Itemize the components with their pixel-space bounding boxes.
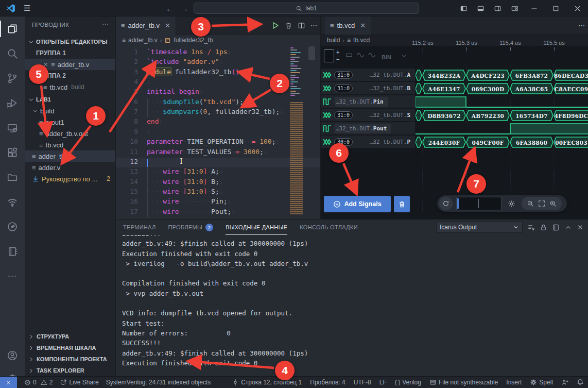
- window-maximize-icon[interactable]: [545, 0, 566, 16]
- refresh-icon[interactable]: [439, 197, 453, 210]
- bus-value-segment[interactable]: [416, 110, 422, 121]
- activitybar-extensions[interactable]: [0, 140, 25, 165]
- eol[interactable]: LF: [379, 379, 387, 386]
- workspace-header[interactable]: LAB1: [25, 94, 115, 105]
- bus-format-icon[interactable]: [345, 52, 353, 59]
- tab-close-icon[interactable]: ✕: [360, 22, 366, 29]
- waveform-plot[interactable]: 344B232AA4DCF2236FB3A87286DECAD3A46E1347…: [416, 49, 588, 212]
- layout-panel-icon[interactable]: [472, 0, 489, 16]
- tab-terminal[interactable]: ТЕРМИНАЛ: [123, 220, 155, 235]
- output-channel-select[interactable]: Icarus Output: [436, 222, 523, 233]
- tab-tb-vcd[interactable]: ≡ tb.vcd ✕: [325, 16, 371, 35]
- tab-debug-console[interactable]: КОНСОЛЬ ОТЛАДКИ: [300, 220, 358, 235]
- lock-icon[interactable]: [540, 224, 547, 231]
- signal-row-s[interactable]: 31:0…32_tb.DUT.S: [321, 109, 415, 122]
- open-in-editor-icon[interactable]: [552, 224, 560, 231]
- wave-trash-button[interactable]: [394, 196, 410, 212]
- plus-icon[interactable]: +: [336, 49, 339, 55]
- cursor-position[interactable]: Строка 12, столбец 1: [232, 379, 302, 386]
- synthesis-status[interactable]: File not synthesizable: [429, 379, 498, 386]
- analog-wave2-icon[interactable]: [368, 52, 375, 59]
- open-editor-item[interactable]: ✕≡adder_tb.v: [25, 59, 115, 70]
- wave-range-scrollbar[interactable]: [456, 197, 501, 210]
- breadcrumb-file[interactable]: tb.vcd: [353, 37, 370, 44]
- activitybar-search[interactable]: [0, 41, 25, 66]
- signal-row-b[interactable]: 31:0…32_tb.DUT.B: [321, 82, 415, 95]
- tab-close-icon[interactable]: ✕: [165, 22, 170, 29]
- editor-more-icon[interactable]: ⋯: [310, 22, 317, 29]
- bus-value-segment[interactable]: [416, 137, 422, 147]
- problems-status[interactable]: 02: [24, 379, 53, 386]
- tab-output[interactable]: ВЫХОДНЫЕ ДАННЫЕ: [226, 220, 287, 235]
- terminal-output[interactable]: SUCCESS!!!adder_tb.v:49: $finish called …: [122, 229, 308, 368]
- bit-high-segment[interactable]: [510, 124, 588, 134]
- sidebar-section-0[interactable]: СТРУКТУРА: [25, 331, 115, 342]
- layout-sidebar-left-icon[interactable]: [455, 0, 472, 16]
- tree-item-adder-v[interactable]: ≡adder.v: [25, 162, 115, 173]
- breadcrumb-symbol[interactable]: fulladder32_tb: [174, 37, 213, 44]
- split-editor-icon[interactable]: [298, 22, 305, 29]
- nav-back-icon[interactable]: ←: [166, 4, 174, 13]
- activitybar-accounts[interactable]: [0, 343, 25, 368]
- activitybar-notebook[interactable]: [0, 239, 25, 264]
- sidebar-section-3[interactable]: TASK EXPLORER: [25, 365, 115, 376]
- signal-row-pin[interactable]: …32_tb.DUT.Pin: [321, 95, 415, 109]
- layout-sidebar-right-icon[interactable]: [489, 0, 506, 16]
- format-select[interactable]: BIN: [382, 54, 391, 60]
- encoding[interactable]: UTF-8: [354, 379, 371, 386]
- activitybar-remote-explorer[interactable]: [0, 115, 25, 140]
- breadcrumb[interactable]: ≡ adder_tb.v › fulladder32_tb: [116, 35, 320, 46]
- analog-wave-icon[interactable]: [357, 52, 364, 59]
- open-editor-item[interactable]: ≡tb.vcdbuild: [25, 81, 115, 93]
- nav-forward-icon[interactable]: →: [181, 4, 188, 13]
- activitybar-explorer[interactable]: [0, 16, 25, 41]
- activitybar-more[interactable]: ⋯: [0, 264, 25, 289]
- accounts-status[interactable]: [561, 379, 568, 386]
- tree-item-a-out1[interactable]: ≡a.out1: [25, 116, 115, 128]
- activitybar-run-debug[interactable]: [0, 91, 25, 115]
- language-mode[interactable]: { }Verilog: [395, 379, 421, 386]
- bus-value-segment[interactable]: [416, 83, 422, 94]
- zoom-fit-icon[interactable]: [538, 200, 545, 207]
- chevron-down-icon[interactable]: [401, 53, 407, 59]
- remote-indicator[interactable]: [0, 377, 17, 388]
- tree-item-tb-vcd[interactable]: ≡tb.vcd: [25, 139, 115, 150]
- menu-icon[interactable]: ☰: [24, 4, 30, 13]
- add-signals-button[interactable]: Add Signals: [324, 196, 391, 212]
- activitybar-wireless[interactable]: [0, 190, 25, 214]
- tab-adder-tb-v[interactable]: ≡ adder_tb.v ✕: [116, 16, 176, 35]
- zoom-out-icon[interactable]: [527, 200, 534, 207]
- wave-value-box[interactable]: [324, 49, 334, 62]
- window-minimize-icon[interactable]: [523, 0, 545, 16]
- live-share[interactable]: Live Share: [60, 379, 98, 386]
- tree-item-adder-tb-v-out[interactable]: ≡adder_tb.v.out: [25, 128, 115, 139]
- maximize-panel-icon[interactable]: [564, 224, 572, 231]
- insert-mode[interactable]: Insert: [506, 379, 522, 386]
- activitybar-project-manager[interactable]: [0, 165, 25, 190]
- spell[interactable]: Spell: [530, 379, 553, 386]
- minus-icon[interactable]: −: [336, 57, 339, 62]
- sidebar-more-icon[interactable]: ⋯: [102, 20, 109, 28]
- breadcrumb-file[interactable]: adder_tb.v: [128, 37, 158, 44]
- tree-item-------------------[interactable]: Руководство по ...2: [25, 173, 115, 184]
- signal-row-pout[interactable]: …32_tb.DUT.Pout: [321, 122, 415, 136]
- notifications[interactable]: [577, 379, 584, 386]
- zoom-in-icon[interactable]: [549, 200, 557, 207]
- editor-scrollbar[interactable]: [308, 46, 315, 60]
- sidebar-section-1[interactable]: ВРЕМЕННАЯ ШКАЛА: [25, 342, 115, 353]
- tree-item-build[interactable]: build: [25, 105, 115, 116]
- editor-more-icon[interactable]: ⋯: [578, 22, 585, 29]
- sidebar-section-2[interactable]: КОМПОНЕНТЫ ПРОЕКТА: [25, 353, 115, 365]
- breadcrumb-folder[interactable]: build: [327, 37, 340, 44]
- clear-output-icon[interactable]: [527, 224, 535, 231]
- tree-item-adder-tb-v[interactable]: ≡adder_tb.v: [25, 150, 115, 162]
- run-button[interactable]: [271, 21, 280, 30]
- tab-problems[interactable]: ПРОБЛЕМЫ2: [168, 220, 213, 235]
- window-close-icon[interactable]: [566, 0, 588, 16]
- bit-high-segment[interactable]: [416, 97, 466, 107]
- signal-row-p[interactable]: 30:0…32_tb.DUT.P: [321, 136, 415, 149]
- systemverilog-status[interactable]: SystemVerilog: 24731 indexed objects: [106, 379, 211, 386]
- indentation[interactable]: Пробелов: 4: [310, 379, 345, 386]
- layout-grid-icon[interactable]: [506, 0, 523, 16]
- activitybar-source-control[interactable]: [0, 66, 25, 91]
